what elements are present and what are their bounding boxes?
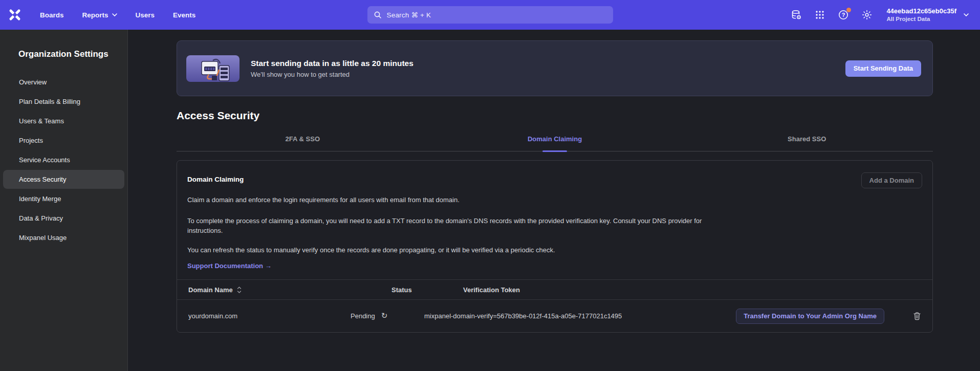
nav-item-boards[interactable]: Boards — [40, 11, 64, 19]
banner-subtitle: We'll show you how to get started — [251, 71, 413, 78]
active-tab-underline — [542, 150, 567, 152]
apps-grid-icon[interactable] — [814, 9, 826, 21]
sidebar-item-mixpanel-usage[interactable]: Mixpanel Usage — [3, 228, 124, 247]
sidebar-item-plan-details-billing[interactable]: Plan Details & Billing — [3, 92, 124, 111]
sort-icon[interactable] — [237, 287, 242, 293]
sidebar-item-identity-merge[interactable]: Identity Merge — [3, 189, 124, 208]
top-navbar: Boards Reports Users Events Search ⌘ + K — [0, 0, 980, 30]
data-management-icon[interactable] — [790, 9, 802, 21]
sidebar-item-service-accounts[interactable]: Service Accounts — [3, 150, 124, 169]
nav-item-users[interactable]: Users — [136, 11, 155, 19]
page-title: Access Security — [177, 110, 933, 122]
onboarding-banner: Start sending data in as little as 20 mi… — [177, 40, 933, 96]
transfer-domain-button[interactable]: Transfer Domain to Your Admin Org Name — [736, 309, 884, 324]
project-scope: All Project Data — [886, 15, 956, 23]
notification-dot — [846, 8, 851, 12]
search-input[interactable]: Search ⌘ + K — [367, 6, 613, 24]
chevron-down-icon — [112, 13, 117, 16]
sidebar-title: Organization Settings — [0, 49, 127, 59]
column-header-status: Status — [351, 286, 424, 294]
domain-name-cell: yourdomain.com — [177, 312, 351, 320]
project-id: 44eebad12c65eb0c35f — [886, 7, 956, 15]
domain-claiming-card: Domain Claiming Add a Domain Claim a dom… — [177, 160, 933, 333]
nav-item-reports[interactable]: Reports — [82, 11, 117, 19]
banner-title: Start sending data in as little as 20 mi… — [251, 59, 413, 68]
help-icon[interactable]: ? — [837, 9, 850, 21]
project-switcher[interactable]: 44eebad12c65eb0c35f All Project Data — [886, 7, 969, 23]
card-refresh-note: You can refresh the status to manually v… — [177, 245, 932, 255]
chevron-down-icon — [964, 13, 969, 16]
column-header-verification-token: Verification Token — [424, 286, 932, 294]
banner-illustration — [186, 55, 239, 82]
refresh-status-icon[interactable]: ↻ — [381, 312, 388, 320]
settings-gear-icon[interactable] — [861, 9, 873, 21]
tab-2fa-sso[interactable]: 2FA & SSO — [177, 135, 429, 151]
search-icon — [374, 11, 382, 19]
status-badge: Pending — [351, 312, 375, 320]
table-header-row: Domain Name Status Verification Token — [177, 279, 932, 300]
card-description: Claim a domain and enforce the login req… — [177, 195, 932, 205]
support-documentation-link[interactable]: Support Documentation → — [187, 262, 272, 270]
tab-domain-claiming[interactable]: Domain Claiming — [429, 135, 681, 151]
main-content: Start sending data in as little as 20 mi… — [128, 30, 980, 371]
card-title: Domain Claiming — [187, 172, 244, 183]
sidebar-item-data-privacy[interactable]: Data & Privacy — [3, 209, 124, 228]
nav-item-events[interactable]: Events — [173, 11, 195, 19]
table-row: yourdomain.com Pending ↻ mixpanel-domain… — [177, 300, 932, 332]
settings-sidebar: Organization Settings Overview Plan Deta… — [0, 30, 128, 371]
add-domain-button[interactable]: Add a Domain — [861, 172, 922, 188]
delete-domain-icon[interactable] — [913, 312, 921, 320]
main-nav: Boards Reports Users Events — [40, 11, 195, 19]
access-security-tabs: 2FA & SSO Domain Claiming Shared SSO — [177, 135, 933, 151]
verification-token-cell: mixpanel-domain-verify=567b39be-012f-415… — [424, 312, 728, 320]
mixpanel-logo-icon[interactable] — [8, 9, 21, 21]
sidebar-item-access-security[interactable]: Access Security — [3, 170, 124, 189]
svg-text:?: ? — [842, 12, 845, 18]
column-header-domain-name[interactable]: Domain Name — [177, 286, 351, 294]
start-sending-data-button[interactable]: Start Sending Data — [845, 60, 921, 77]
sidebar-item-overview[interactable]: Overview — [3, 73, 124, 92]
sidebar-item-users-teams[interactable]: Users & Teams — [3, 112, 124, 130]
tab-shared-sso[interactable]: Shared SSO — [681, 135, 933, 151]
sidebar-item-projects[interactable]: Projects — [3, 131, 124, 150]
card-instructions: To complete the process of claiming a do… — [177, 216, 737, 235]
search-placeholder: Search ⌘ + K — [387, 11, 431, 19]
